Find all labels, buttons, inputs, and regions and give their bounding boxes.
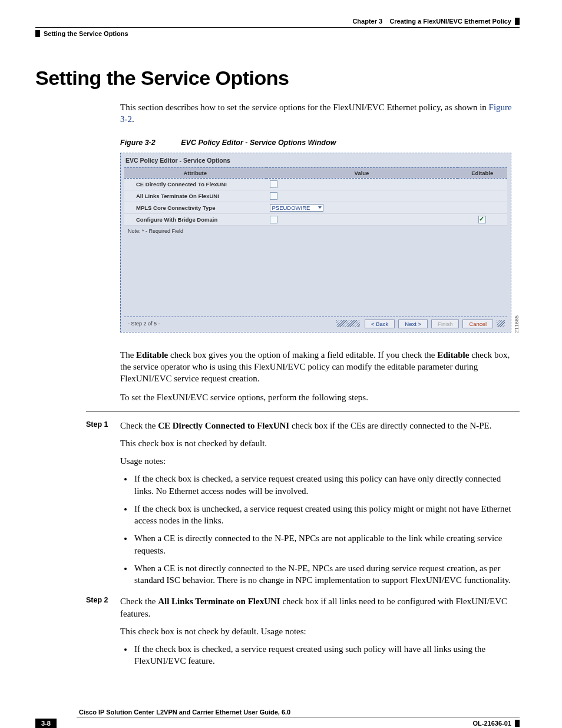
- figure-title: EVC Policy Editor - Service Options Wind…: [181, 139, 336, 147]
- mpls-core-select[interactable]: PSEUDOWIRE: [270, 204, 323, 212]
- guide-title: Cisco IP Solution Center L2VPN and Carri…: [77, 709, 520, 717]
- screenshot-title: EVC Policy Editor - Service Options: [124, 156, 507, 167]
- table-row: CE Directly Connected To FlexUNI: [124, 178, 507, 190]
- step-2: Step 2 Check the All Links Terminate on …: [86, 595, 520, 673]
- required-field-note: Note: * - Required Field: [124, 226, 507, 234]
- step-2-notes: If the check box is checked, a service r…: [120, 643, 520, 667]
- list-item: If the check box is unchecked, a service…: [133, 503, 520, 527]
- next-button[interactable]: Next >: [398, 319, 428, 328]
- step-1-notes: If the check box is checked, a service r…: [120, 473, 520, 586]
- list-item: If the check box is checked, a service r…: [133, 473, 520, 497]
- horizontal-rule: [86, 411, 520, 411]
- section-title: Setting the Service Options: [35, 67, 520, 90]
- chapter-label: Chapter 3: [352, 18, 382, 25]
- table-row: MPLS Core Connectivity Type PSEUDOWIRE: [124, 202, 507, 213]
- table-row: Configure With Bridge Domain: [124, 213, 507, 225]
- step-2-label: Step 2: [86, 595, 120, 673]
- back-button[interactable]: < Back: [365, 319, 395, 328]
- steps-intro: To set the FlexUNI/EVC service options, …: [120, 391, 520, 403]
- editable-paragraph: The Editable check box gives you the opt…: [120, 349, 520, 385]
- col-editable: Editable: [458, 167, 508, 178]
- chapter-title: Creating a FlexUNI/EVC Ethernet Policy: [389, 18, 511, 25]
- figure-code: 211665: [514, 314, 520, 333]
- page-number: 3-8: [35, 719, 57, 728]
- finish-button: Finish: [431, 319, 459, 328]
- list-item: When a CE is directly connected to the N…: [133, 532, 520, 556]
- figure-caption: Figure 3-2 EVC Policy Editor - Service O…: [120, 139, 520, 147]
- attr-mpls-core-type: MPLS Core Connectivity Type: [124, 202, 266, 213]
- wizard-step-label: - Step 2 of 5 -: [128, 321, 160, 327]
- evc-policy-screenshot: EVC Policy Editor - Service Options Attr…: [120, 153, 511, 332]
- col-attribute: Attribute: [124, 167, 266, 178]
- list-item: When a CE is not directly connected to t…: [133, 562, 520, 587]
- list-item: If the check box is checked, a service r…: [133, 643, 520, 667]
- resize-grip-icon[interactable]: [336, 320, 360, 327]
- bridge-domain-editable-checkbox[interactable]: [478, 216, 486, 223]
- figure-number: Figure 3-2: [120, 139, 156, 147]
- col-value: Value: [266, 167, 458, 178]
- table-row: All Links Terminate On FlexUNI: [124, 190, 507, 202]
- attr-all-links-terminate: All Links Terminate On FlexUNI: [124, 190, 266, 202]
- service-options-table: Attribute Value Editable CE Directly Con…: [124, 167, 507, 226]
- ce-connected-checkbox[interactable]: [270, 180, 277, 188]
- resize-grip-icon[interactable]: [497, 320, 505, 327]
- ol-code: OL-21636-01: [473, 720, 520, 727]
- bridge-domain-checkbox[interactable]: [270, 216, 277, 223]
- intro-paragraph: This section describes how to set the se…: [120, 101, 520, 126]
- attr-configure-bridge-domain: Configure With Bridge Domain: [124, 213, 266, 225]
- step-1: Step 1 Check the CE Directly Connected t…: [86, 420, 520, 592]
- section-breadcrumb: Setting the Service Options: [35, 30, 520, 37]
- page-header: Chapter 3 Creating a FlexUNI/EVC Etherne…: [35, 18, 520, 37]
- cancel-button[interactable]: Cancel: [462, 319, 493, 328]
- step-1-label: Step 1: [86, 420, 120, 592]
- all-links-checkbox[interactable]: [270, 192, 277, 200]
- attr-ce-directly-connected: CE Directly Connected To FlexUNI: [124, 178, 266, 190]
- page-footer: Cisco IP Solution Center L2VPN and Carri…: [35, 709, 520, 728]
